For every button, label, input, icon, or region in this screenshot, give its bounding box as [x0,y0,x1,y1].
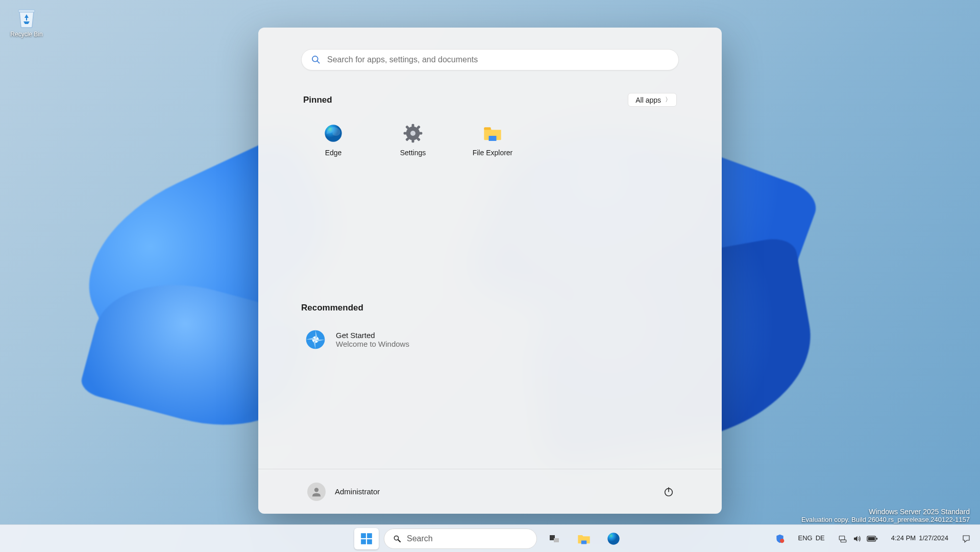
watermark-build: Evaluation copy. Build 26040.rs_prerelea… [801,516,970,523]
avatar [307,483,326,501]
gear-icon [403,123,423,143]
svg-rect-33 [839,536,845,540]
shield-icon [775,534,785,544]
username-label: Administrator [335,487,380,496]
recommended-item-get-started[interactable]: Get Started Welcome to Windows [301,325,679,354]
svg-rect-15 [489,136,497,141]
recycle-bin-icon [14,5,39,30]
svg-point-31 [607,533,619,544]
folder-icon [577,532,591,546]
battery-icon [867,534,878,543]
svg-rect-21 [361,533,366,538]
svg-rect-30 [581,540,587,544]
desktop-icon-recycle-bin[interactable]: Recycle Bin [6,5,47,38]
svg-rect-0 [18,10,35,12]
tray-language-button[interactable]: ENG DE [795,533,828,544]
pinned-app-label: File Explorer [473,149,513,157]
pinned-app-edge[interactable]: Edge [301,120,365,160]
language-secondary: DE [816,535,825,542]
user-icon [311,486,322,497]
desktop-icon-label: Recycle Bin [10,31,42,38]
svg-rect-24 [367,539,372,544]
svg-rect-9 [419,132,423,135]
svg-rect-14 [484,127,491,130]
taskbar-task-view-button[interactable] [542,528,567,549]
tray-system-icons[interactable] [835,532,881,545]
pinned-app-label: Settings [400,149,426,157]
notification-icon [962,534,971,543]
user-account-button[interactable]: Administrator [301,478,386,505]
language-primary: ENG [798,535,813,542]
taskbar-start-button[interactable] [354,528,379,549]
taskbar: Search [0,524,980,552]
svg-line-27 [398,540,400,542]
search-icon [311,55,321,65]
svg-point-18 [314,488,318,492]
start-search-input[interactable] [327,55,669,64]
search-icon [393,534,402,543]
tray-clock[interactable]: 4:24 PM 1/27/2024 [888,533,951,544]
edge-icon [606,532,621,546]
clock-time: 4:24 PM [891,535,916,542]
start-menu: Pinned All apps 〉 [258,28,722,514]
windows-watermark: Windows Server 2025 Standard Evaluation … [801,508,970,523]
network-icon [838,534,847,543]
recommended-title: Recommended [301,303,679,313]
recommended-item-title: Get Started [336,331,409,340]
svg-point-32 [780,539,784,543]
svg-rect-7 [412,139,414,143]
recommended-item-subtitle: Welcome to Windows [336,340,409,348]
svg-rect-29 [554,538,559,542]
svg-rect-34 [841,540,846,542]
tray-notifications-button[interactable] [959,532,974,545]
svg-point-26 [395,536,398,540]
pinned-title: Pinned [303,95,332,105]
power-icon [663,486,674,497]
svg-point-5 [410,131,415,136]
watermark-product: Windows Server 2025 Standard [801,508,970,516]
get-started-icon [304,328,327,351]
all-apps-button[interactable]: All apps 〉 [628,93,677,107]
svg-rect-6 [412,124,414,128]
svg-rect-22 [367,533,372,538]
svg-rect-37 [876,538,877,539]
all-apps-label: All apps [635,96,661,104]
svg-rect-23 [361,539,366,544]
taskbar-search-label: Search [407,534,433,543]
svg-line-2 [317,61,320,63]
pinned-app-label: Edge [325,149,342,157]
taskbar-search-box[interactable]: Search [384,529,537,549]
start-search-box[interactable] [301,49,679,70]
edge-icon [323,123,344,143]
task-view-icon [548,533,560,545]
taskbar-app-edge[interactable] [601,528,626,549]
volume-icon [852,534,862,543]
taskbar-app-file-explorer[interactable] [572,528,596,549]
pinned-apps-grid: Edge Setting [301,120,679,160]
svg-rect-8 [404,132,407,135]
svg-rect-36 [868,537,875,540]
clock-date: 1/27/2024 [919,535,948,542]
folder-icon [482,123,503,143]
chevron-right-icon: 〉 [665,95,671,104]
pinned-app-settings[interactable]: Settings [381,120,445,160]
windows-logo-icon [360,532,373,545]
tray-security-icon[interactable] [772,532,788,546]
pinned-app-file-explorer[interactable]: File Explorer [460,120,525,160]
power-button[interactable] [658,482,679,502]
